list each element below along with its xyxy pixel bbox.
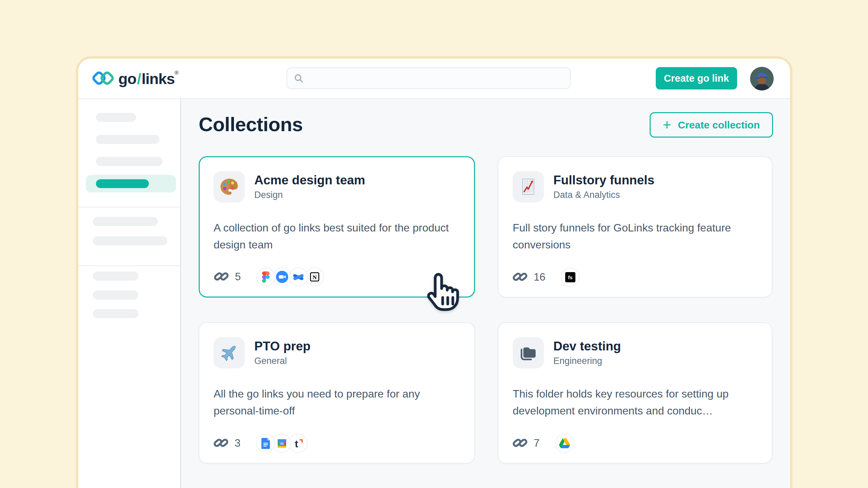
collection-description: This folder holds key resources for sett… — [513, 385, 758, 419]
collection-title: Fullstory funnels — [553, 173, 654, 187]
app-icons: N — [256, 267, 324, 286]
svg-text:t: t — [295, 438, 298, 449]
card-header: Dev testing Engineering — [513, 337, 758, 368]
logo-slash: / — [136, 70, 142, 87]
sidebar-item-collections-active[interactable] — [86, 175, 176, 192]
app-body: Collections + Create collection — [78, 99, 790, 488]
link-chain-icon — [214, 270, 230, 283]
figma-icon — [256, 267, 275, 286]
search-bar[interactable] — [287, 67, 571, 89]
card-footer: 5 — [214, 267, 324, 286]
collection-title: Dev testing — [553, 339, 621, 353]
collections-grid: Acme design team Design A collection of … — [199, 156, 790, 464]
create-collection-button[interactable]: + Create collection — [650, 112, 773, 138]
app-window: go/links® Create go link — [76, 56, 792, 488]
collection-title: Acme design team — [254, 173, 365, 187]
palette-icon — [214, 171, 245, 202]
collection-category: Data & Analytics — [553, 190, 654, 200]
zoom-icon — [273, 267, 292, 286]
card-header: Acme design team Design — [214, 171, 461, 202]
svg-text:fs: fs — [568, 274, 573, 280]
sidebar-skeleton-item — [93, 271, 138, 281]
page-background: go/links® Create go link — [0, 0, 868, 488]
sidebar-skeleton-item — [96, 113, 136, 122]
svg-text:N: N — [313, 274, 317, 281]
collection-category: Design — [254, 190, 365, 200]
collection-card-acme-design-team[interactable]: Acme design team Design A collection of … — [199, 156, 475, 298]
link-count: 16 — [513, 271, 545, 284]
sidebar-skeleton-item — [93, 236, 167, 245]
notion-icon: N — [305, 267, 324, 286]
link-chain-icon — [214, 437, 229, 450]
svg-text:31: 31 — [280, 442, 284, 445]
sidebar-active-bar — [96, 179, 149, 188]
collection-card-pto-prep[interactable]: PTO prep General All the go links you ne… — [199, 322, 475, 464]
card-header: Fullstory funnels Data & Analytics — [513, 171, 758, 202]
fullstory-icon: fs — [561, 268, 580, 287]
chart-increasing-icon — [513, 171, 544, 202]
card-title-block: Acme design team Design — [254, 173, 365, 200]
folder-icon — [513, 337, 544, 368]
collection-description: All the go links you need to prepare for… — [214, 385, 461, 419]
create-go-link-button[interactable]: Create go link — [656, 67, 737, 89]
golinks-logo-icon — [92, 70, 114, 87]
app-icons: 31 t — [256, 434, 308, 453]
collection-card-fullstory-funnels[interactable]: Fullstory funnels Data & Analytics Full … — [498, 156, 772, 298]
link-count-value: 5 — [235, 271, 241, 283]
collection-category: Engineering — [553, 356, 621, 366]
link-count-value: 3 — [235, 437, 240, 449]
avatar-photo — [750, 67, 774, 90]
collection-description: Full story funnels for GoLinks tracking … — [513, 219, 758, 253]
sidebar-divider — [78, 207, 180, 207]
card-footer: 7 — [513, 434, 574, 453]
sidebar-skeleton-item — [96, 157, 162, 166]
link-count: 3 — [214, 437, 240, 450]
create-collection-label: Create collection — [678, 119, 760, 131]
link-count-value: 7 — [534, 437, 539, 449]
google-calendar-icon: 31 — [272, 434, 291, 453]
sidebar-skeleton-item — [93, 290, 138, 300]
sidebar-skeleton-item — [96, 135, 159, 144]
registered-mark: ® — [175, 69, 178, 75]
golinks-logo-text: go/links® — [118, 69, 178, 87]
sidebar-skeleton-item — [93, 309, 138, 318]
app-header: go/links® Create go link — [78, 59, 790, 99]
search-input[interactable] — [308, 73, 570, 84]
link-chain-icon — [513, 437, 528, 450]
search-icon — [293, 73, 304, 84]
google-docs-icon — [256, 434, 275, 453]
card-title-block: PTO prep General — [254, 339, 311, 366]
card-title-block: Fullstory funnels Data & Analytics — [553, 173, 654, 200]
golinks-logo[interactable]: go/links® — [92, 69, 178, 87]
card-footer: 3 — [214, 434, 308, 453]
main-content: Collections + Create collection — [181, 99, 790, 488]
app-icons: fs — [561, 268, 580, 287]
airplane-icon — [214, 337, 245, 368]
card-title-block: Dev testing Engineering — [553, 339, 621, 366]
avatar[interactable] — [750, 67, 774, 90]
link-count-value: 16 — [534, 271, 545, 283]
sidebar-divider — [78, 265, 180, 266]
t-app-icon: t — [289, 434, 308, 453]
link-count: 7 — [513, 437, 539, 450]
link-count: 5 — [214, 270, 241, 283]
collection-category: General — [254, 356, 311, 366]
google-drive-icon — [555, 434, 574, 453]
collection-card-dev-testing[interactable]: Dev testing Engineering This folder hold… — [498, 322, 772, 464]
confluence-icon — [289, 267, 308, 286]
app-icons — [555, 434, 574, 453]
sidebar-skeleton-item — [93, 217, 158, 226]
card-header: PTO prep General — [214, 337, 461, 368]
collection-title: PTO prep — [254, 339, 311, 353]
collection-description: A collection of go links best suited for… — [214, 219, 461, 253]
sidebar — [78, 99, 181, 488]
card-footer: 16 fs — [513, 268, 580, 287]
link-chain-icon — [513, 271, 528, 284]
